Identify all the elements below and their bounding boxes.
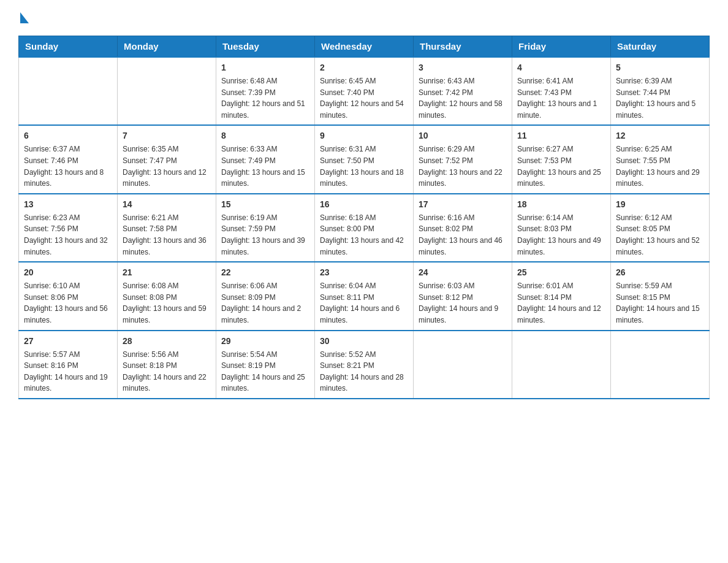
logo	[18, 12, 29, 25]
day-info: Sunrise: 5:56 AMSunset: 8:18 PMDaylight:…	[123, 349, 211, 394]
calendar-header-row: SundayMondayTuesdayWednesdayThursdayFrid…	[19, 36, 710, 58]
calendar-header-tuesday: Tuesday	[216, 36, 315, 58]
day-number: 19	[616, 198, 704, 211]
calendar-day-cell: 4Sunrise: 6:41 AMSunset: 7:43 PMDaylight…	[512, 57, 611, 125]
day-number: 3	[419, 61, 507, 74]
day-number: 11	[517, 129, 605, 142]
calendar-day-cell: 22Sunrise: 6:06 AMSunset: 8:09 PMDayligh…	[216, 262, 315, 330]
day-number: 24	[419, 266, 507, 279]
calendar-day-cell: 26Sunrise: 5:59 AMSunset: 8:15 PMDayligh…	[611, 262, 710, 330]
calendar-day-cell: 19Sunrise: 6:12 AMSunset: 8:05 PMDayligh…	[611, 194, 710, 262]
calendar-day-cell	[118, 57, 216, 125]
day-info: Sunrise: 6:04 AMSunset: 8:11 PMDaylight:…	[320, 280, 408, 326]
calendar-day-cell: 23Sunrise: 6:04 AMSunset: 8:11 PMDayligh…	[315, 262, 414, 330]
day-number: 1	[221, 61, 309, 74]
day-number: 22	[221, 266, 309, 279]
calendar-day-cell: 20Sunrise: 6:10 AMSunset: 8:06 PMDayligh…	[19, 262, 118, 330]
day-info: Sunrise: 6:39 AMSunset: 7:44 PMDaylight:…	[616, 75, 704, 121]
day-number: 23	[320, 266, 408, 279]
calendar-day-cell: 18Sunrise: 6:14 AMSunset: 8:03 PMDayligh…	[512, 194, 611, 262]
calendar-day-cell: 6Sunrise: 6:37 AMSunset: 7:46 PMDaylight…	[19, 125, 118, 193]
day-number: 6	[24, 129, 112, 142]
day-number: 25	[517, 266, 605, 279]
calendar-header-saturday: Saturday	[611, 36, 710, 58]
day-info: Sunrise: 6:01 AMSunset: 8:14 PMDaylight:…	[517, 280, 605, 326]
day-info: Sunrise: 5:52 AMSunset: 8:21 PMDaylight:…	[320, 349, 408, 394]
calendar-header-wednesday: Wednesday	[315, 36, 414, 58]
calendar-day-cell	[19, 57, 118, 125]
calendar-day-cell	[414, 331, 512, 399]
day-info: Sunrise: 6:33 AMSunset: 7:49 PMDaylight:…	[221, 144, 309, 189]
day-info: Sunrise: 6:41 AMSunset: 7:43 PMDaylight:…	[517, 75, 605, 121]
calendar-header-thursday: Thursday	[414, 36, 512, 58]
day-info: Sunrise: 6:43 AMSunset: 7:42 PMDaylight:…	[419, 75, 507, 121]
day-number: 8	[221, 129, 309, 142]
calendar-week-row: 1Sunrise: 6:48 AMSunset: 7:39 PMDaylight…	[19, 57, 710, 125]
calendar-day-cell	[512, 331, 611, 399]
day-number: 13	[24, 198, 112, 211]
day-info: Sunrise: 6:12 AMSunset: 8:05 PMDaylight:…	[616, 212, 704, 258]
calendar-day-cell: 5Sunrise: 6:39 AMSunset: 7:44 PMDaylight…	[611, 57, 710, 125]
day-number: 29	[221, 335, 309, 348]
calendar-week-row: 6Sunrise: 6:37 AMSunset: 7:46 PMDaylight…	[19, 125, 710, 193]
calendar-day-cell: 14Sunrise: 6:21 AMSunset: 7:58 PMDayligh…	[118, 194, 216, 262]
day-info: Sunrise: 6:29 AMSunset: 7:52 PMDaylight:…	[419, 144, 507, 189]
day-info: Sunrise: 6:37 AMSunset: 7:46 PMDaylight:…	[24, 144, 112, 189]
page-header	[18, 12, 710, 25]
calendar-day-cell: 24Sunrise: 6:03 AMSunset: 8:12 PMDayligh…	[414, 262, 512, 330]
calendar-day-cell: 29Sunrise: 5:54 AMSunset: 8:19 PMDayligh…	[216, 331, 315, 399]
calendar-day-cell: 13Sunrise: 6:23 AMSunset: 7:56 PMDayligh…	[19, 194, 118, 262]
calendar-day-cell: 28Sunrise: 5:56 AMSunset: 8:18 PMDayligh…	[118, 331, 216, 399]
day-info: Sunrise: 6:31 AMSunset: 7:50 PMDaylight:…	[320, 144, 408, 189]
calendar-day-cell: 2Sunrise: 6:45 AMSunset: 7:40 PMDaylight…	[315, 57, 414, 125]
calendar-day-cell: 25Sunrise: 6:01 AMSunset: 8:14 PMDayligh…	[512, 262, 611, 330]
day-info: Sunrise: 5:59 AMSunset: 8:15 PMDaylight:…	[616, 280, 704, 326]
day-info: Sunrise: 6:35 AMSunset: 7:47 PMDaylight:…	[123, 144, 211, 189]
calendar-day-cell: 30Sunrise: 5:52 AMSunset: 8:21 PMDayligh…	[315, 331, 414, 399]
day-number: 4	[517, 61, 605, 74]
day-number: 16	[320, 198, 408, 211]
day-info: Sunrise: 6:14 AMSunset: 8:03 PMDaylight:…	[517, 212, 605, 258]
day-number: 10	[419, 129, 507, 142]
calendar-day-cell	[611, 331, 710, 399]
calendar-week-row: 27Sunrise: 5:57 AMSunset: 8:16 PMDayligh…	[19, 331, 710, 399]
day-number: 18	[517, 198, 605, 211]
calendar-day-cell: 15Sunrise: 6:19 AMSunset: 7:59 PMDayligh…	[216, 194, 315, 262]
day-info: Sunrise: 5:54 AMSunset: 8:19 PMDaylight:…	[221, 349, 309, 394]
calendar-day-cell: 21Sunrise: 6:08 AMSunset: 8:08 PMDayligh…	[118, 262, 216, 330]
day-info: Sunrise: 5:57 AMSunset: 8:16 PMDaylight:…	[24, 349, 112, 394]
day-number: 17	[419, 198, 507, 211]
day-info: Sunrise: 6:10 AMSunset: 8:06 PMDaylight:…	[24, 280, 112, 326]
day-info: Sunrise: 6:27 AMSunset: 7:53 PMDaylight:…	[517, 144, 605, 189]
day-number: 20	[24, 266, 112, 279]
day-info: Sunrise: 6:03 AMSunset: 8:12 PMDaylight:…	[419, 280, 507, 326]
day-info: Sunrise: 6:19 AMSunset: 7:59 PMDaylight:…	[221, 212, 309, 258]
logo-triangle-icon	[20, 12, 29, 23]
calendar-day-cell: 3Sunrise: 6:43 AMSunset: 7:42 PMDaylight…	[414, 57, 512, 125]
day-info: Sunrise: 6:23 AMSunset: 7:56 PMDaylight:…	[24, 212, 112, 258]
day-info: Sunrise: 6:48 AMSunset: 7:39 PMDaylight:…	[221, 75, 309, 121]
calendar-day-cell: 1Sunrise: 6:48 AMSunset: 7:39 PMDaylight…	[216, 57, 315, 125]
calendar-day-cell: 12Sunrise: 6:25 AMSunset: 7:55 PMDayligh…	[611, 125, 710, 193]
calendar-header-monday: Monday	[118, 36, 216, 58]
day-info: Sunrise: 6:06 AMSunset: 8:09 PMDaylight:…	[221, 280, 309, 326]
calendar-week-row: 13Sunrise: 6:23 AMSunset: 7:56 PMDayligh…	[19, 194, 710, 262]
day-info: Sunrise: 6:21 AMSunset: 7:58 PMDaylight:…	[123, 212, 211, 258]
calendar-day-cell: 10Sunrise: 6:29 AMSunset: 7:52 PMDayligh…	[414, 125, 512, 193]
day-info: Sunrise: 6:45 AMSunset: 7:40 PMDaylight:…	[320, 75, 408, 121]
day-number: 28	[123, 335, 211, 348]
calendar-week-row: 20Sunrise: 6:10 AMSunset: 8:06 PMDayligh…	[19, 262, 710, 330]
calendar-day-cell: 11Sunrise: 6:27 AMSunset: 7:53 PMDayligh…	[512, 125, 611, 193]
day-number: 7	[123, 129, 211, 142]
calendar-header-friday: Friday	[512, 36, 611, 58]
day-info: Sunrise: 6:16 AMSunset: 8:02 PMDaylight:…	[419, 212, 507, 258]
day-number: 12	[616, 129, 704, 142]
day-number: 14	[123, 198, 211, 211]
calendar-day-cell: 8Sunrise: 6:33 AMSunset: 7:49 PMDaylight…	[216, 125, 315, 193]
day-number: 9	[320, 129, 408, 142]
calendar-table: SundayMondayTuesdayWednesdayThursdayFrid…	[18, 36, 710, 399]
day-info: Sunrise: 6:25 AMSunset: 7:55 PMDaylight:…	[616, 144, 704, 189]
day-info: Sunrise: 6:08 AMSunset: 8:08 PMDaylight:…	[123, 280, 211, 326]
day-number: 21	[123, 266, 211, 279]
day-number: 2	[320, 61, 408, 74]
